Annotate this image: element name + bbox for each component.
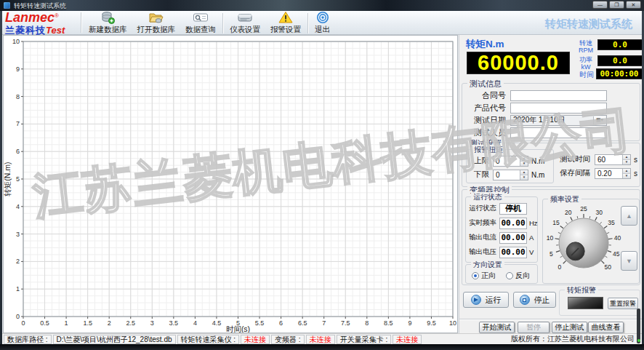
svg-text:2: 2: [16, 258, 20, 265]
test-info-group: 测试信息 合同号 产品代号 测试日期 2020年 1月10日 ▦▾ 测试人员: [462, 83, 640, 141]
frequency-down-button[interactable]: ▼: [621, 251, 637, 271]
system-title: 转矩转速测试系统: [545, 17, 632, 31]
test-duration-unit: s: [634, 156, 637, 164]
direction-reverse-radio[interactable]: 反向: [506, 271, 530, 281]
svg-text:15: 15: [552, 219, 560, 226]
product-code-label: 产品代号: [462, 103, 506, 114]
logo-cn-text: 兰菱科技: [5, 25, 46, 36]
spin-down-icon[interactable]: ▼: [520, 161, 528, 166]
frequency-knob[interactable]: 05101520253035404550: [543, 204, 624, 285]
inverter-control-group: 变频器控制 运行状态 运行状态 停机 实时频率 00.00 Hz 输出电流 00…: [462, 189, 640, 285]
svg-text:7: 7: [322, 319, 326, 327]
minimize-button[interactable]: —: [592, 1, 608, 9]
instrument-settings-button[interactable]: 仪表设置: [225, 12, 265, 34]
meter-icon: [237, 11, 253, 24]
test-duration-spinner[interactable]: 60 ▲▼: [595, 154, 631, 165]
svg-text:10: 10: [449, 319, 456, 327]
data-query-button[interactable]: 数据查询: [180, 12, 221, 34]
test-date-field[interactable]: 2020年 1月10日 ▦▾: [510, 115, 607, 126]
svg-text:9: 9: [16, 65, 20, 73]
contract-no-label: 合同号: [462, 90, 506, 101]
exit-button[interactable]: 退出: [310, 12, 335, 34]
svg-text:10: 10: [547, 234, 554, 242]
lower-limit-label: 下限: [472, 170, 489, 180]
group-title: 频率设置: [548, 194, 581, 204]
upper-limit-spinner[interactable]: 0 ▲▼: [493, 156, 528, 167]
frequency-up-button[interactable]: ▲: [621, 206, 637, 226]
open-database-button[interactable]: 打开数据库: [132, 12, 181, 34]
time-display-value: 00:00:00: [596, 68, 643, 79]
window-frame-left: [0, 11, 2, 344]
app-window: 转矩转速测试系统 — ❐ ✕ Lanmec® 兰菱科技Test 新建数据库: [0, 0, 644, 350]
output-voltage-unit: V: [529, 248, 534, 256]
new-database-icon: [101, 11, 115, 24]
save-interval-label: 保存间隔: [557, 168, 590, 178]
svg-text:3.5: 3.5: [169, 319, 179, 327]
torque-display-value: 60000.0: [467, 52, 570, 74]
run-button[interactable]: 运行: [463, 292, 509, 308]
run-state-value: 停机: [505, 203, 521, 214]
date-dropdown-button[interactable]: ▦▾: [593, 116, 605, 124]
svg-text:3: 3: [16, 231, 20, 238]
time-display-label: 时间: [578, 71, 595, 79]
maximize-button[interactable]: ❐: [609, 1, 624, 9]
realtime-freq-unit: Hz: [529, 219, 538, 227]
lower-limit-spinner[interactable]: 0 ▲▼: [493, 170, 528, 180]
svg-text:50: 50: [604, 263, 611, 271]
group-title: 测试信息: [467, 79, 504, 90]
windows-taskbar[interactable]: [0, 344, 644, 350]
io-card-label: 开关量采集卡 :: [337, 335, 392, 344]
reset-alarm-button[interactable]: 重置报警: [608, 298, 638, 309]
io-card-status: 未连接: [393, 335, 422, 344]
stop-button-label: 停止: [534, 295, 550, 306]
close-button[interactable]: ✕: [626, 1, 641, 9]
curve-view-button[interactable]: 曲线查看: [588, 322, 624, 333]
torque-display-label: 转矩N.m: [466, 38, 504, 51]
pause-button[interactable]: 暂停: [518, 322, 550, 333]
play-icon: [471, 295, 481, 305]
inverter-status: 未连接: [306, 335, 335, 344]
logo-registered-mark: ®: [55, 12, 59, 19]
toolbar-separator: [222, 13, 223, 33]
status-bar: 数据库路径 : D:\兰菱\项目\杭州西子12_28\test.db 转矩转速采…: [2, 333, 642, 344]
svg-text:时间(s): 时间(s): [226, 325, 250, 333]
spin-down-icon[interactable]: ▼: [520, 175, 528, 180]
power-display-value: 0.0: [597, 55, 643, 66]
app-icon: [4, 2, 10, 9]
toolbar-button-label: 退出: [315, 25, 330, 35]
save-interval-spinner[interactable]: 0.20 ▲▼: [595, 168, 631, 179]
svg-text:5: 5: [550, 250, 553, 258]
spin-down-icon[interactable]: ▼: [623, 173, 630, 178]
exit-icon: [316, 11, 329, 24]
svg-text:1: 1: [16, 285, 20, 293]
speed-display-label: 转速 RPM: [576, 39, 596, 55]
svg-text:0: 0: [16, 313, 20, 320]
new-database-button[interactable]: 新建数据库: [84, 12, 132, 34]
product-code-input[interactable]: [510, 103, 607, 114]
output-current-unit: A: [529, 234, 534, 242]
inverter-label: 变频器 :: [271, 335, 305, 344]
svg-text:6.5: 6.5: [298, 319, 307, 327]
svg-text:1.5: 1.5: [83, 319, 92, 327]
control-panel: 转矩N.m 60000.0 转速 RPM 0.0 功率 kW 0.0 时间 00…: [459, 35, 642, 333]
test-person-input[interactable]: [510, 127, 607, 138]
logo-en-text: Test: [46, 25, 65, 36]
svg-text:4: 4: [16, 203, 20, 210]
group-title: 报警扭矩: [472, 145, 505, 155]
chart-canvas: 00.511.522.533.544.555.566.577.588.599.5…: [4, 36, 457, 333]
group-title: 转矩报警: [565, 285, 598, 295]
save-interval-unit: s: [634, 170, 637, 178]
svg-text:7.5: 7.5: [341, 319, 350, 327]
direction-forward-radio[interactable]: 正向: [472, 271, 496, 281]
stop-button[interactable]: 停止: [513, 292, 556, 308]
stop-test-button[interactable]: 停止测试: [552, 322, 587, 333]
spin-down-icon[interactable]: ▼: [623, 159, 630, 164]
svg-text:0: 0: [21, 319, 25, 327]
svg-text:8.5: 8.5: [384, 319, 393, 327]
radio-dot-icon: [472, 272, 479, 279]
svg-text:1: 1: [65, 319, 68, 327]
start-test-button[interactable]: 开始测试: [479, 322, 515, 333]
alarm-settings-button[interactable]: 报警设置: [265, 12, 306, 34]
lower-limit-unit: N.m: [531, 171, 544, 179]
contract-no-input[interactable]: [510, 90, 607, 101]
